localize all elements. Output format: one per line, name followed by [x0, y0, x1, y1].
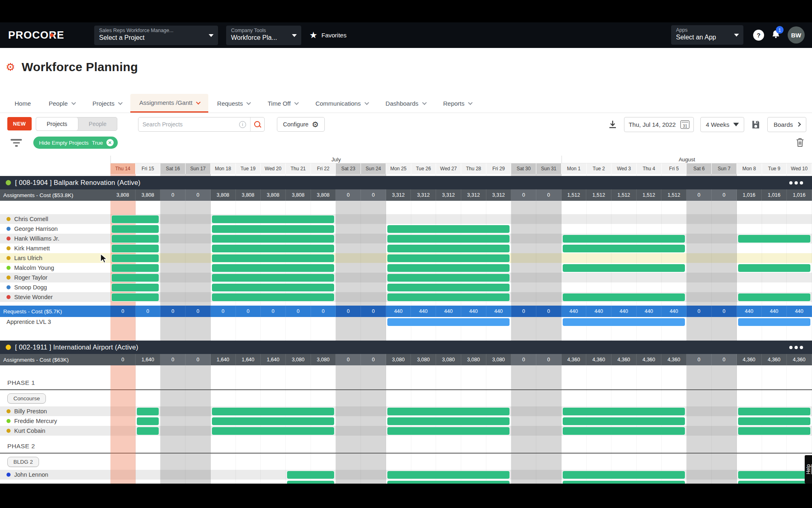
info-icon[interactable]: i: [239, 121, 246, 128]
assignment-bar[interactable]: [563, 417, 685, 425]
day-header-cell[interactable]: Sun 31: [536, 163, 561, 174]
assignment-bar[interactable]: [112, 235, 159, 243]
assignment-bar[interactable]: [563, 471, 685, 479]
new-button[interactable]: NEW: [7, 117, 32, 130]
day-header-cell[interactable]: Thu 4: [637, 163, 662, 174]
assignment-bar[interactable]: [112, 254, 159, 262]
day-header-cell[interactable]: Sat 16: [160, 163, 186, 174]
day-header-cell[interactable]: Sat 6: [687, 163, 712, 174]
person-row-stevie-wonder[interactable]: Stevie Wonder: [0, 292, 812, 302]
group-chip-concourse[interactable]: Concourse: [7, 393, 46, 404]
person-row-lars-ulrich[interactable]: Lars Ulrich: [0, 253, 812, 263]
day-header-cell[interactable]: Fri 5: [662, 163, 687, 174]
day-header-cell[interactable]: Thu 14: [110, 163, 136, 174]
assignment-bar[interactable]: [563, 481, 685, 484]
assignment-bar[interactable]: [563, 245, 685, 252]
tab-assignments-gantt[interactable]: Assignments /Gantt: [130, 94, 208, 113]
assignment-bar[interactable]: [387, 264, 510, 272]
assignment-bar[interactable]: [212, 225, 335, 233]
assignment-bar[interactable]: [738, 471, 810, 479]
person-row-george-harrison[interactable]: George Harrison: [0, 224, 812, 234]
tab-requests[interactable]: Requests: [208, 94, 259, 113]
assignment-bar[interactable]: [738, 318, 810, 326]
assignment-bar[interactable]: [563, 408, 685, 415]
assignment-bar[interactable]: [212, 427, 335, 435]
day-header-cell[interactable]: Sat 30: [511, 163, 536, 174]
assignment-bar[interactable]: [387, 245, 510, 252]
assignment-bar[interactable]: [563, 293, 685, 301]
assignment-bar[interactable]: [137, 427, 159, 435]
view-toggle-projects[interactable]: Projects: [36, 117, 78, 130]
group-chip-bldg-2[interactable]: BLDG 2: [7, 457, 39, 467]
assignment-bar[interactable]: [212, 245, 335, 252]
assignment-bar[interactable]: [387, 408, 510, 415]
day-header-cell[interactable]: Fri 22: [311, 163, 336, 174]
assignment-bar[interactable]: [212, 284, 335, 291]
configure-button[interactable]: Configure ⚙: [277, 117, 325, 132]
assignment-bar[interactable]: [387, 481, 510, 484]
range-dropdown[interactable]: 4 Weeks: [700, 117, 744, 132]
assignment-bar[interactable]: [387, 417, 510, 425]
assignment-bar[interactable]: [112, 225, 159, 233]
person-row-hank-williams-jr[interactable]: Hank Williams Jr.: [0, 234, 812, 243]
assignment-bar[interactable]: [387, 471, 510, 479]
search-input[interactable]: [138, 121, 239, 128]
assignment-bar[interactable]: [212, 408, 335, 415]
assignment-bar[interactable]: [738, 235, 810, 243]
date-picker[interactable]: Thu, Jul 14, 2022 31: [624, 117, 694, 132]
search-icon[interactable]: [251, 117, 264, 131]
day-header-cell[interactable]: Thu 28: [461, 163, 486, 174]
project-header-002-1911-international-airport-active[interactable]: [ 002-1911 ] International Airport (Acti…: [0, 341, 812, 354]
day-header-cell[interactable]: Mon 25: [386, 163, 411, 174]
person-row-roger-taylor[interactable]: Roger Taylor: [0, 273, 812, 282]
person-row-apprentice-lvl-3[interactable]: Apprentice LVL 3: [0, 317, 812, 327]
day-header-cell[interactable]: Fri 29: [486, 163, 512, 174]
person-row-kurt-cobain[interactable]: Kurt Cobain: [0, 426, 812, 436]
assignment-bar[interactable]: [563, 318, 685, 326]
assignment-bar[interactable]: [738, 264, 810, 272]
assignment-bar[interactable]: [137, 408, 159, 415]
assignment-bar[interactable]: [137, 417, 159, 425]
assignment-bar[interactable]: [738, 417, 810, 425]
assignment-bar[interactable]: [387, 318, 510, 326]
notifications-button[interactable]: 1: [771, 29, 780, 41]
day-header-cell[interactable]: Tue 19: [236, 163, 261, 174]
day-header-cell[interactable]: Tue 9: [762, 163, 787, 174]
export-download-button[interactable]: [608, 119, 618, 129]
day-header-cell[interactable]: Sun 7: [712, 163, 737, 174]
assignment-bar[interactable]: [738, 481, 810, 484]
person-row-snoop-dogg[interactable]: Snoop Dogg: [0, 282, 812, 292]
day-header-cell[interactable]: Wed 20: [261, 163, 286, 174]
ellipsis-menu-icon[interactable]: [789, 181, 803, 185]
project-picker-dropdown[interactable]: Sales Reps Workforce Manage... Select a …: [94, 26, 218, 45]
assignment-bar[interactable]: [738, 293, 810, 301]
assignment-bar[interactable]: [387, 225, 510, 233]
project-header-008-1904-ballpark-renovation-active[interactable]: [ 008-1904 ] Ballpark Renovation (Active…: [0, 176, 812, 189]
delete-button[interactable]: [795, 137, 805, 149]
boards-button[interactable]: Boards: [767, 117, 806, 132]
help-tab[interactable]: Help: [805, 455, 812, 484]
assignment-bar[interactable]: [387, 254, 510, 262]
assignment-bar[interactable]: [387, 284, 510, 291]
assignment-bar[interactable]: [738, 408, 810, 415]
person-row-freddie-mercury[interactable]: Freddie Mercury: [0, 416, 812, 426]
view-toggle-people[interactable]: People: [78, 117, 117, 130]
day-header-cell[interactable]: Mon 18: [211, 163, 236, 174]
day-header-cell[interactable]: Sun 17: [186, 163, 211, 174]
person-row-kirk-hammett[interactable]: Kirk Hammett: [0, 243, 812, 253]
tab-time-off[interactable]: Time Off: [259, 94, 307, 113]
assignment-bar[interactable]: [738, 427, 810, 435]
assignment-bar[interactable]: [112, 264, 159, 272]
assignment-bar[interactable]: [387, 235, 510, 243]
day-header-cell[interactable]: Wed 27: [436, 163, 461, 174]
assignment-bar[interactable]: [563, 427, 685, 435]
company-tools-dropdown[interactable]: Company Tools Workforce Pla...: [226, 26, 301, 45]
person-row-chris-cornell[interactable]: Chris Cornell: [0, 214, 812, 224]
assignment-bar[interactable]: [112, 284, 159, 291]
assignment-bar[interactable]: [112, 293, 159, 301]
assignment-bar[interactable]: [387, 293, 510, 301]
assignment-bar[interactable]: [287, 481, 334, 484]
day-header-cell[interactable]: Fri 15: [136, 163, 161, 174]
assignment-bar[interactable]: [212, 215, 335, 223]
assignment-bar[interactable]: [387, 427, 510, 435]
